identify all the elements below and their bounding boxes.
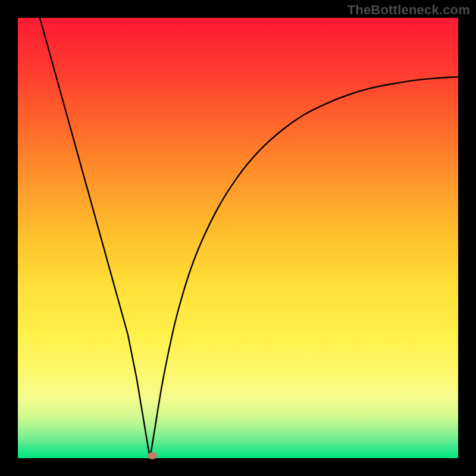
bottleneck-curve (18, 18, 458, 458)
plot-area (18, 18, 458, 458)
curve-path (40, 18, 458, 458)
optimum-marker (148, 452, 157, 459)
chart-frame: TheBottleneck.com (0, 0, 476, 476)
watermark-text: TheBottleneck.com (347, 2, 470, 18)
